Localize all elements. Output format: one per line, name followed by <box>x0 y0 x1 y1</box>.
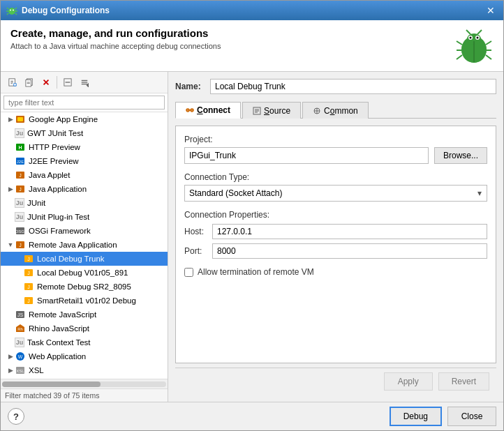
title-bar: Debug Configurations ✕ <box>1 1 503 20</box>
tree-item-rhinojs[interactable]: Rh Rhino JavaScript <box>1 322 168 335</box>
connection-type-select[interactable]: Standard (Socket Attach) <box>184 185 487 202</box>
remotejs-icon: JS <box>15 309 26 320</box>
close-window-button[interactable]: ✕ <box>484 6 498 15</box>
browse-button[interactable]: Browse... <box>434 147 487 164</box>
svg-marker-43 <box>87 83 89 87</box>
taskctx-label: Task Context Test <box>27 338 91 347</box>
svg-line-7 <box>7 13 8 15</box>
connection-properties-section: Connection Properties: Host: Port: <box>184 210 487 259</box>
svg-line-16 <box>466 30 470 34</box>
tab-source[interactable]: Source <box>242 102 301 119</box>
svg-line-20 <box>457 55 462 59</box>
svg-point-1 <box>10 10 11 11</box>
svg-text:J2E: J2E <box>17 160 24 164</box>
new-icon <box>8 77 17 87</box>
tree-item-gae[interactable]: ▶ Google App Engine <box>1 112 168 126</box>
apply-button[interactable]: Apply <box>384 372 433 391</box>
tab-common[interactable]: Common <box>302 102 369 119</box>
svg-text:J: J <box>19 187 22 192</box>
new-config-button[interactable] <box>5 75 20 90</box>
svg-text:J: J <box>19 173 22 178</box>
gwt-label: GWT JUnit Test <box>27 129 83 137</box>
debug-button[interactable]: Debug <box>390 407 442 426</box>
close-button[interactable]: Close <box>447 407 496 426</box>
tree-item-localv01[interactable]: J Local Debug V01r05_891 <box>1 266 168 280</box>
tree-item-applet[interactable]: J Java Applet <box>1 168 168 182</box>
svg-line-17 <box>477 30 482 34</box>
host-input[interactable] <box>212 224 487 239</box>
http-icon: H <box>15 142 26 153</box>
applet-label: Java Applet <box>29 171 70 179</box>
left-toolbar <box>1 72 168 93</box>
tree-container[interactable]: ▶ Google App Engine Ju GWT JUnit Test <box>1 112 168 379</box>
scrollbar-track <box>2 381 166 387</box>
svg-line-3 <box>7 8 8 9</box>
tree-item-taskctx[interactable]: Ju Task Context Test <box>1 335 168 349</box>
expand-arrow-localdebug <box>15 255 23 262</box>
expand-arrow-osgi <box>6 227 15 234</box>
expand-arrow-junitplugin <box>6 213 15 220</box>
filter-input[interactable] <box>3 96 165 109</box>
expand-arrow-remotejava: ▼ <box>6 241 15 248</box>
expand-arrow-applet <box>6 172 15 179</box>
tree-item-remotejs[interactable]: JS Remote JavaScript <box>1 308 168 322</box>
allow-termination-label[interactable]: Allow termination of remote VM <box>198 267 314 277</box>
svg-text:J: J <box>27 257 30 262</box>
expand-arrow-remotesr2 <box>15 283 23 290</box>
main-content: ▶ Google App Engine Ju GWT JUnit Test <box>1 72 503 402</box>
debug-icon <box>6 5 17 16</box>
connect-tab-label: Connect <box>197 105 230 115</box>
port-input[interactable] <box>212 243 487 259</box>
tree-item-remotesr2[interactable]: J Remote Debug SR2_8095 <box>1 280 168 294</box>
gae-label: Google App Engine <box>29 115 98 123</box>
header-subtitle: Attach to a Java virtual machine accepti… <box>10 42 221 50</box>
tree-item-smartretail[interactable]: J SmartRetail1 v01r02 Debug <box>1 294 168 308</box>
smartretail-label: SmartRetail1 v01r02 Debug <box>37 296 136 305</box>
tree-item-junitplugin[interactable]: Ju JUnit Plug-in Test <box>1 210 168 224</box>
tree-item-xsl[interactable]: ▶ XSL XSL <box>1 363 168 377</box>
svg-rect-33 <box>26 80 31 86</box>
tree-item-j2ee[interactable]: J2E J2EE Preview <box>1 154 168 168</box>
help-button[interactable]: ? <box>8 408 24 425</box>
xsl-label: XSL <box>29 366 44 375</box>
view-menu-button[interactable] <box>77 75 92 90</box>
collapse-all-button[interactable] <box>60 75 75 90</box>
svg-point-15 <box>477 37 479 39</box>
horizontal-scrollbar[interactable] <box>1 379 168 388</box>
javaapp-icon: J <box>15 183 26 195</box>
config-name-input[interactable] <box>210 79 496 94</box>
localdebug-label: Local Debug Trunk <box>37 255 105 263</box>
tree-item-localdebug[interactable]: J Local Debug Trunk <box>1 252 168 266</box>
remotejava-label: Remote Java Application <box>29 241 117 249</box>
tree-item-remotejava[interactable]: ▼ J Remote Java Application <box>1 238 168 252</box>
scrollbar-thumb <box>2 381 101 387</box>
expand-arrow-gae: ▶ <box>6 116 15 123</box>
rhinojs-icon: Rh <box>15 323 26 334</box>
svg-text:J: J <box>19 243 22 248</box>
expand-arrow-j2ee <box>6 158 15 165</box>
junit-label: JUnit <box>27 199 45 207</box>
name-row: Name: <box>175 79 496 94</box>
remotejava-icon: J <box>15 239 26 250</box>
tree-item-javaapp[interactable]: ▶ J Java Application <box>1 182 168 196</box>
common-tab-label: Common <box>324 106 358 116</box>
header-section: Create, manage, and run configurations A… <box>1 20 503 72</box>
tree-item-gwt[interactable]: Ju GWT JUnit Test <box>1 126 168 140</box>
revert-button[interactable]: Revert <box>438 372 489 391</box>
delete-config-button[interactable] <box>38 75 54 90</box>
duplicate-config-button[interactable] <box>22 75 37 90</box>
expand-arrow-gwt <box>6 130 15 137</box>
debug-configurations-dialog: Debug Configurations ✕ Create, manage, a… <box>0 0 504 431</box>
tree-item-webapp[interactable]: ▶ W Web Application <box>1 349 168 363</box>
localdebug-icon: J <box>23 253 34 264</box>
svg-text:J: J <box>27 285 30 289</box>
tree-item-osgi[interactable]: OSGi OSGi Framework <box>1 224 168 238</box>
expand-arrow-junit <box>6 199 15 206</box>
allow-termination-checkbox[interactable] <box>184 268 193 277</box>
tree-item-junit[interactable]: Ju JUnit <box>1 196 168 210</box>
tree-item-http[interactable]: H HTTP Preview <box>1 140 168 154</box>
tab-connect[interactable]: Connect <box>175 102 241 119</box>
localv01-icon: J <box>23 267 34 278</box>
connection-type-select-wrapper: Standard (Socket Attach) <box>184 185 487 202</box>
project-input[interactable] <box>184 147 429 164</box>
